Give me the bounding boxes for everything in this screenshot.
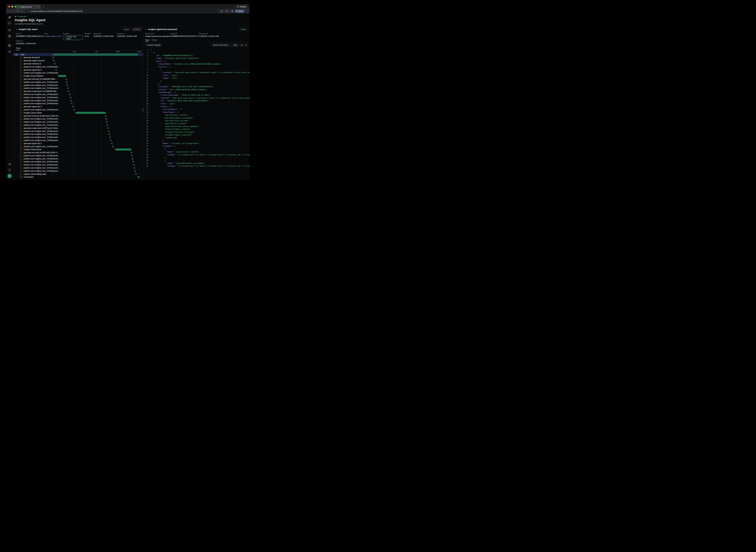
span-bar[interactable] (66, 78, 67, 80)
rerun-button[interactable]: Rerun (122, 28, 131, 31)
browser-menu-icon[interactable]: ⋮ (246, 10, 248, 12)
span-bar[interactable] (116, 148, 131, 150)
expand-icon[interactable] (244, 43, 247, 47)
trace-row[interactable]: >_generate-agent-ids-1 (13, 105, 143, 108)
trace-row[interactable]: >_generate-agent-ids-0 (13, 68, 143, 72)
trace-row[interactable]: >_generate-network-id (13, 62, 143, 65)
back-icon[interactable]: ← (8, 10, 11, 12)
span-bar[interactable] (57, 72, 57, 74)
span-bar[interactable] (108, 124, 108, 126)
home-icon[interactable]: ⌂ (20, 10, 24, 12)
trace-row[interactable]: >_publish:user:insights:user_2VH6zowmh..… (13, 117, 143, 121)
span-bar[interactable] (68, 87, 68, 89)
span-bar[interactable] (110, 133, 110, 135)
trace-row[interactable]: >_publish:user:insights:user_2VH6zowmh..… (13, 157, 143, 160)
span-bar[interactable] (107, 121, 107, 123)
trace-row[interactable]: ∿Insights Query Writer (13, 111, 143, 114)
trace-row[interactable]: >_publish:user:insights:user_2VH6zowmh..… (13, 124, 143, 127)
url-bar[interactable]: ⓘ localhost:8288/run?runID=01KHRMPW77GVM… (26, 9, 218, 13)
span-bar[interactable] (71, 100, 72, 102)
trace-row[interactable]: >_publish:user:insights:user_2VH6zowmh..… (13, 102, 143, 105)
trace-row[interactable]: >_generate-output-part-id-887aa111-5d4e.… (13, 127, 143, 130)
tab-output[interactable]: Output (152, 39, 157, 42)
span-bar[interactable] (70, 94, 70, 95)
payload-code-editor[interactable]: 1[2 {3 "id": "01KHRMPVZP0V977KAT2GP3ST7J… (143, 48, 249, 180)
chevron-down-icon[interactable] (16, 28, 17, 30)
trace-row[interactable]: >_generate-text-part-id-9357e5f0-a530-4.… (13, 151, 143, 154)
help-icon[interactable]: ? (8, 169, 11, 171)
dev-tools-fab[interactable]: </> (7, 174, 12, 178)
trace-row[interactable]: >_publish:user:insights:user_2VH6zowmh..… (13, 139, 143, 142)
extensions-icon[interactable] (226, 10, 228, 12)
trace-row[interactable]: >_publish:user:insights:user_2VH6zowmh..… (13, 130, 143, 133)
cancel-button[interactable]: Cancel (132, 28, 141, 31)
span-bar[interactable] (67, 81, 67, 83)
wrap-lines-icon[interactable] (240, 43, 243, 47)
trace-row[interactable]: >_publish:user:insights:user_2VH6zowmh..… (13, 93, 143, 96)
trace-row[interactable]: >_publish:user:insights:user_2VH6zowmh..… (13, 81, 143, 84)
reload-icon[interactable]: ⟳ (16, 10, 20, 12)
span-bar[interactable] (113, 146, 114, 148)
copy-button[interactable]: Copy (231, 43, 239, 47)
tab-trace[interactable]: Trace (16, 47, 20, 50)
span-bar[interactable] (111, 139, 111, 141)
trace-run-row[interactable]: 40⌄ Run (13, 53, 143, 56)
span-bar[interactable] (112, 142, 113, 144)
run-span-bar[interactable] (53, 54, 138, 55)
span-bar[interactable] (109, 130, 109, 132)
invoke-button[interactable]: Invoke (239, 28, 248, 31)
span-bar[interactable] (67, 84, 68, 86)
trace-row[interactable]: >_publish:user:insights:user_2VH6zowmh..… (13, 145, 143, 148)
trace-row[interactable]: >_publish:user:insights:user_2VH6zowmh..… (13, 65, 143, 68)
span-bar[interactable] (135, 167, 135, 169)
traffic-lights[interactable] (8, 6, 16, 7)
trace-row[interactable]: >_publish:user:insights:user_2VH6zowmh..… (13, 166, 143, 169)
browser-tab[interactable]: Inngest Server ✕ (15, 5, 41, 9)
span-bar[interactable] (138, 176, 139, 178)
trace-row[interactable]: >_generate-thread-id (13, 56, 143, 59)
span-bar[interactable] (74, 109, 75, 111)
trace-row[interactable]: >_capture-observability-data (13, 172, 143, 175)
event-search-icon[interactable] (8, 35, 11, 37)
apps-icon[interactable] (8, 44, 11, 47)
span-bar[interactable] (136, 173, 137, 175)
new-tab-button[interactable]: + (43, 5, 44, 8)
trace-row[interactable]: ∿Insights Event Matcher (13, 75, 143, 78)
site-info-icon[interactable]: ⓘ (28, 10, 29, 12)
function-badge[interactable]: ✦Insights SQL Agent (63, 35, 83, 40)
trace-row[interactable]: >_publish:user:insights:user_2VH6zowmh..… (13, 96, 143, 99)
trace-row[interactable]: ∿Insights Summarizer (13, 148, 143, 151)
span-bar[interactable] (132, 152, 132, 154)
bookmark-star-icon[interactable] (220, 10, 223, 12)
span-bar[interactable] (53, 56, 54, 58)
trace-row[interactable]: >_publish:user:insights:user_2VH6zowmh..… (13, 163, 143, 166)
span-bar[interactable] (55, 66, 56, 68)
trace-row[interactable]: >_generate-tool-part-id-c458648f-8d60-..… (13, 78, 143, 81)
span-bar[interactable] (133, 158, 133, 160)
span-bar[interactable] (72, 103, 72, 105)
run-step-count[interactable]: 40⌄ (14, 53, 19, 56)
trace-row[interactable]: >_generate-target-channel (13, 59, 143, 62)
trace-row[interactable]: >_publish:user:insights:user_2VH6zowmh..… (13, 99, 143, 102)
trace-row[interactable]: >_publish:user:insights:user_2VH6zowmh..… (13, 87, 143, 90)
span-bar[interactable] (56, 69, 57, 71)
tab-input[interactable]: Input (145, 39, 149, 42)
span-bar[interactable] (132, 155, 133, 157)
trace-row[interactable]: ☑Finalization (13, 175, 143, 179)
trace-row[interactable]: >_publish:user:insights:user_2VH6zowmh..… (13, 169, 143, 172)
span-bar[interactable] (68, 90, 69, 92)
trace-row[interactable]: >_publish:user:insights:user_2VH6zowmh..… (13, 136, 143, 139)
trace-row[interactable]: >_publish:user:insights:user_2VH6zowmh..… (13, 133, 143, 136)
span-bar[interactable] (54, 60, 54, 61)
browser-profile-chip[interactable]: Work (235, 9, 244, 13)
trace-row[interactable]: >_generate-output-part-id-c458648f-8d6..… (13, 90, 143, 93)
trace-row[interactable]: >_publish:user:insights:user_2VH6zowmh..… (13, 121, 143, 124)
tab-close-icon[interactable]: ✕ (38, 6, 40, 8)
span-bar[interactable] (108, 127, 109, 129)
gemini-button[interactable]: Gemini (236, 5, 247, 8)
span-bar[interactable] (70, 97, 71, 99)
span-bar[interactable] (135, 170, 136, 172)
reading-mode-icon[interactable] (231, 10, 234, 12)
span-bar[interactable] (110, 136, 111, 138)
dev-server-icon[interactable] (8, 50, 11, 53)
